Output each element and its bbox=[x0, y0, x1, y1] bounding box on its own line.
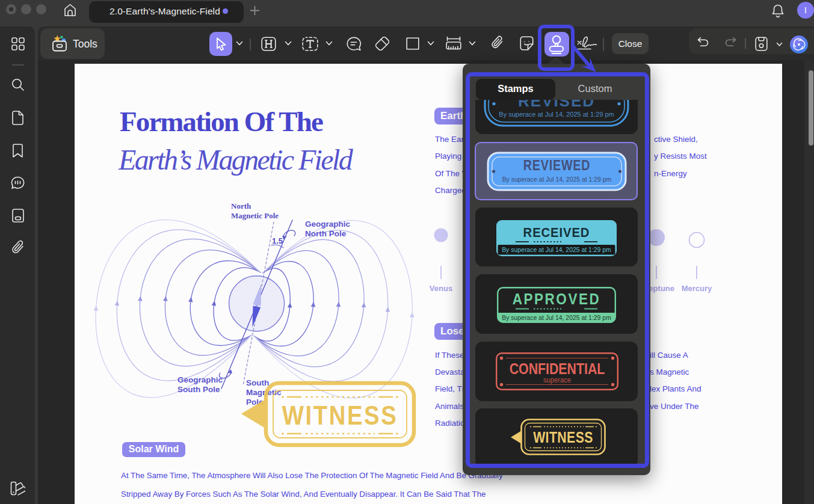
svg-text:Geographic: Geographic bbox=[305, 220, 351, 229]
svg-text:Geographic: Geographic bbox=[177, 375, 223, 384]
svg-text:Magnetic Pole: Magnetic Pole bbox=[231, 211, 279, 220]
svg-text:Venus: Venus bbox=[430, 284, 452, 293]
svg-text:1.5: 1.5 bbox=[272, 236, 283, 245]
svg-text:Mercury: Mercury bbox=[682, 284, 712, 293]
svg-text:South Pole: South Pole bbox=[177, 385, 220, 394]
svg-text:WITNESS: WITNESS bbox=[282, 401, 398, 431]
svg-text:North: North bbox=[231, 201, 251, 211]
svg-text:North Pole: North Pole bbox=[305, 229, 347, 238]
